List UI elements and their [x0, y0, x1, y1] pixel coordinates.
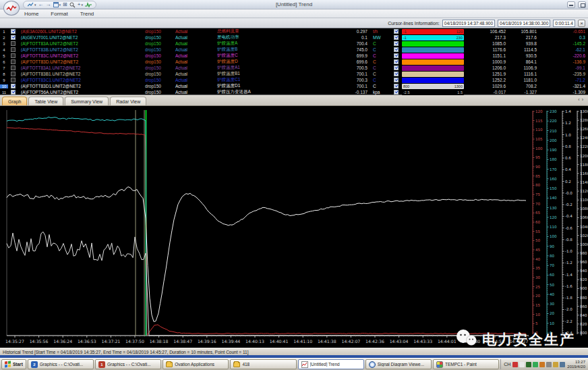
app-orb-icon[interactable] — [3, 1, 20, 16]
tray-icon[interactable] — [546, 362, 552, 367]
scale-checkbox[interactable] — [394, 47, 399, 52]
pen-visible-checkbox[interactable] — [11, 41, 16, 46]
tray-icon[interactable] — [512, 362, 518, 367]
trend-chart-icon[interactable]: ▾ — [28, 1, 36, 8]
table-row[interactable]: 2(A)GEVJT001.UNIT2@NET2drop150Actual发电机功… — [0, 34, 588, 41]
scale-range-bar[interactable] — [402, 78, 464, 83]
back-icon[interactable]: ← — [38, 1, 44, 8]
scale-checkbox[interactable] — [394, 65, 399, 70]
scale-range-bar[interactable] — [402, 47, 464, 53]
scale-range-bar[interactable]: -1120 — [402, 29, 464, 34]
menu-format[interactable]: Format — [51, 11, 67, 17]
pen-visible-checkbox[interactable] — [11, 47, 16, 52]
taskbar-item-graphics-c-ovati-[interactable]: 1Graphics - - C:\Ovati... — [95, 359, 161, 369]
pen-visible-checkbox[interactable] — [11, 72, 16, 76]
tab-radar-view[interactable]: Radar View — [110, 97, 146, 105]
scale-range-bar[interactable]: -1230 — [402, 35, 464, 41]
trend-plot-svg[interactable]: 14:35:2714:35:5614:36:2414:36:5314:37:21… — [0, 106, 588, 348]
pen-visible-checkbox[interactable] — [11, 35, 16, 40]
svg-text:120: 120 — [550, 215, 557, 219]
scale-checkbox[interactable] — [394, 72, 399, 76]
table-row[interactable]: 8(A)FTOTT83B1.UNIT2@NET2drop150Actual炉膛温… — [0, 71, 588, 77]
scale-range-bar[interactable] — [402, 53, 464, 59]
table-row[interactable]: 4(A)FTOTT83B.UNIT2@NET2drop150Actual炉膛温度… — [0, 47, 588, 53]
cursor-delta-field[interactable]: 0:00:11.4 — [553, 20, 575, 27]
scale-checkbox[interactable] — [394, 53, 399, 58]
cursor1-value-cell: 1029.6 — [464, 84, 507, 88]
mode-cell: Actual — [170, 72, 207, 76]
svg-text:75: 75 — [535, 192, 541, 196]
cursor1-time-field[interactable]: 04/18/2019 14:37:48.900 — [442, 20, 495, 27]
pen-visible-checkbox[interactable] — [11, 59, 16, 64]
table-row[interactable]: 11(A)FTOPT56A.UNIT2@NET2drop150Actual炉膛压… — [0, 89, 588, 95]
pen-visible-checkbox[interactable] — [11, 84, 16, 88]
menu-home[interactable]: Home — [24, 11, 38, 17]
pen-visible-checkbox[interactable] — [11, 29, 16, 34]
scale-range-bar[interactable]: 8001300 — [402, 84, 464, 89]
scale-checkbox[interactable] — [394, 84, 399, 88]
scale-checkbox[interactable] — [394, 35, 399, 40]
svg-text:1.0: 1.0 — [565, 133, 571, 137]
scale-range-bar[interactable] — [402, 59, 464, 65]
tray-icon[interactable] — [519, 362, 525, 367]
zoom-icon[interactable] — [69, 2, 76, 8]
pen-visible-checkbox[interactable] — [11, 65, 16, 70]
description-cell: 炉膛温度C — [207, 53, 327, 59]
restore-button[interactable] — [578, 1, 586, 8]
taskbar-item-418[interactable]: 418 — [230, 359, 296, 369]
cursor2-time-field[interactable]: 04/18/2019 14:38:00.300 — [498, 20, 550, 27]
scale-checkbox[interactable] — [394, 41, 399, 46]
scale-range-bar[interactable] — [402, 72, 464, 77]
tray-icon[interactable] — [533, 362, 538, 367]
tray-icon[interactable] — [526, 362, 531, 367]
series-炉膛压力变送器A-post — [146, 193, 526, 321]
svg-text:0.6: 0.6 — [565, 156, 571, 160]
table-row[interactable]: 1(A)E3A0260L.UNIT2@NET2drop150Actual总燃料流… — [0, 28, 588, 34]
difference-cell: -235.9 — [538, 72, 588, 76]
add-icon[interactable]: +▾ — [78, 1, 83, 8]
scale-checkbox[interactable] — [394, 78, 399, 82]
table-row[interactable]: 7(A)FTOTT83A1.UNIT2@NET2drop150Actual炉膛温… — [0, 65, 588, 71]
tab-scroll-arrows[interactable]: ‹› — [578, 97, 585, 102]
svg-text:15: 15 — [535, 303, 541, 307]
taskbar-item-graphics-c-ovati-[interactable]: 2Graphics - - C:\Ovati... — [28, 359, 94, 369]
table-row[interactable]: 5(A)FTOTT83C.UNIT2@NET2drop150Actual炉膛温度… — [0, 53, 588, 59]
grid-icon[interactable]: ⊞ — [63, 1, 67, 8]
trend-graph-area[interactable]: 14:35:2714:35:5614:36:2414:36:5314:37:21… — [0, 106, 588, 348]
pen-visible-checkbox[interactable] — [11, 78, 16, 82]
time-tick-label: 14:35:56 — [30, 339, 49, 344]
table-row[interactable]: 3(A)FTOTT83A.UNIT2@NET2drop150Actual炉膛温度… — [0, 41, 588, 47]
table-row[interactable]: 6(A)FTOTT83D.UNIT2@NET2drop150Actual炉膛温度… — [0, 59, 588, 65]
svg-text:-0.8: -0.8 — [565, 238, 572, 242]
table-row[interactable]: 9(A)FTOTT83C1.UNIT2@NET2drop150Actual炉膛温… — [0, 77, 588, 83]
scale-range-bar[interactable]: -2.51.5 — [402, 90, 464, 95]
cursor-info-close-icon[interactable]: × — [578, 20, 585, 27]
scale-range-bar[interactable] — [402, 41, 464, 47]
pulse-icon[interactable] — [85, 2, 92, 7]
scale-checkbox[interactable] — [394, 59, 399, 64]
tray-icon[interactable] — [560, 362, 565, 367]
taskbar-item-signal-diagram-viewe-[interactable]: Signal Diagram Viewe... — [365, 359, 432, 369]
tab-summary-view[interactable]: Summary View — [65, 97, 109, 105]
tray-icon[interactable] — [539, 362, 545, 367]
language-indicator[interactable]: CH — [504, 362, 510, 367]
minimize-button[interactable] — [567, 1, 575, 8]
tab-table-view[interactable]: Table View — [28, 97, 63, 105]
tray-icon[interactable] — [553, 362, 558, 367]
start-button[interactable]: Start — [1, 359, 26, 369]
scale-checkbox[interactable] — [394, 90, 399, 95]
taskbar-item-tempc1-paint[interactable]: TEMPC1 - Paint — [433, 359, 499, 369]
pen-visible-checkbox[interactable] — [11, 53, 16, 58]
scale-checkbox[interactable] — [394, 29, 399, 34]
time-tick-label: 14:43:33 — [413, 339, 432, 344]
pen-visible-checkbox[interactable] — [11, 90, 16, 95]
table-row[interactable]: 10(A)FTOTT83D1.UNIT2@NET2drop150Actual炉膛… — [0, 83, 588, 89]
new-window-icon[interactable]: ▾ — [53, 1, 61, 8]
menu-trend[interactable]: Trend — [80, 11, 94, 17]
tab-graph[interactable]: Graph — [2, 97, 27, 105]
cursor2-value-cell: 1116.1 — [507, 72, 538, 76]
taskbar-item-ovation-applications[interactable]: Ovation Applications — [163, 359, 229, 369]
scale-range-bar[interactable] — [402, 65, 464, 71]
taskbar-item--untitled-trend[interactable]: [Untitled] Trend — [298, 359, 364, 369]
forward-icon[interactable]: → — [46, 1, 51, 8]
